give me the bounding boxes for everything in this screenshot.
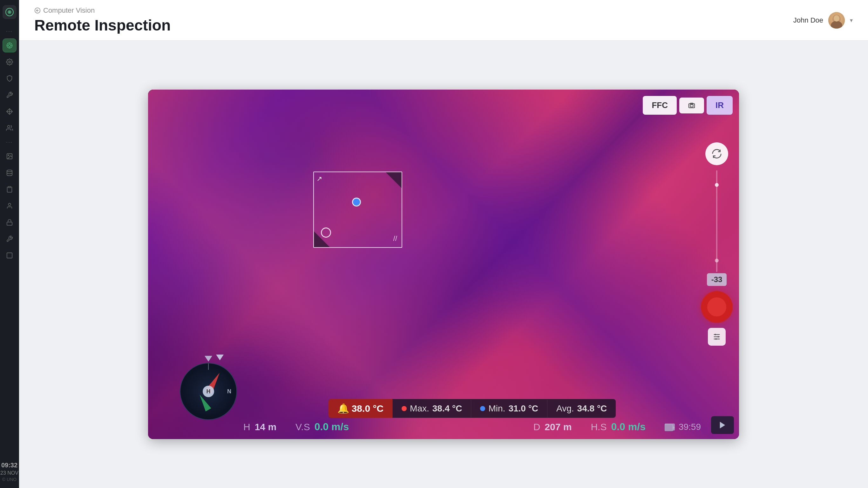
breadcrumb[interactable]: Computer Vision (34, 6, 170, 14)
back-icon (34, 7, 41, 14)
sidebar-item-database[interactable] (3, 166, 17, 180)
sidebar-item-clipboard[interactable] (3, 182, 17, 196)
resize-icon: ↗ (316, 175, 322, 183)
sidebar-item-snowflake[interactable] (3, 104, 17, 119)
svg-point-4 (8, 44, 10, 47)
record-button-inner (707, 297, 726, 316)
temp-max-dot (402, 406, 407, 411)
sidebar-dots-top: ··· (6, 28, 13, 35)
svg-marker-35 (720, 422, 725, 429)
camera-toolbar: FFC IR (643, 96, 733, 115)
detection-lines: // (393, 235, 397, 243)
heading-arrow (216, 355, 224, 360)
vertical-slider[interactable]: -33 (707, 170, 727, 286)
sidebar-item-tools[interactable] (3, 88, 17, 102)
svg-rect-18 (7, 222, 12, 225)
play-icon (718, 421, 727, 430)
page-title: Remote Inspection (34, 17, 170, 34)
user-avatar (828, 12, 845, 29)
timer-icon (665, 424, 675, 430)
compass-north-line (208, 363, 209, 370)
temp-min-dot (480, 406, 485, 411)
svg-marker-34 (673, 426, 675, 429)
sidebar-item-shield[interactable] (3, 71, 17, 86)
svg-point-32 (715, 338, 717, 340)
temp-max-value: 38.4 °C (432, 403, 462, 414)
temp-max-segment: Max. 38.4 °C (392, 400, 471, 418)
camera-settings-button[interactable] (708, 328, 726, 346)
sidebar-dots-mid: ··· (6, 139, 13, 146)
temp-avg-label: Avg. (556, 403, 574, 414)
sidebar: ··· ··· (0, 0, 19, 488)
hud-h-value: 14 m (255, 422, 276, 432)
temperature-display: 🔔 38.0 °C Max. 38.4 °C Min. 31.0 °C (329, 399, 616, 418)
temp-avg-segment: Avg. 34.8 °C (547, 400, 616, 418)
sidebar-clock: 09:32 (0, 461, 19, 469)
telemetry-bar: 🔔 38.0 °C Max. 38.4 °C Min. 31.0 °C (243, 399, 701, 433)
header-left: Computer Vision Remote Inspection (34, 6, 170, 34)
header-user[interactable]: John Doe ▾ (793, 12, 853, 29)
detection-corner-tr (386, 172, 402, 188)
record-button[interactable] (701, 291, 733, 323)
ir-button[interactable]: IR (707, 96, 733, 115)
hud-timer: 39:59 (665, 422, 701, 432)
sidebar-date: 23 NOV (0, 469, 19, 477)
compass-n-label: N (227, 388, 231, 395)
hud-d-value: 207 m (545, 422, 571, 432)
svg-point-14 (8, 155, 9, 156)
hud-vs: V.S 0.0 m/s (296, 421, 349, 433)
user-avatar-image (828, 12, 845, 29)
svg-point-23 (831, 21, 842, 29)
capture-button[interactable] (679, 97, 704, 114)
svg-point-9 (8, 61, 10, 63)
svg-point-17 (8, 203, 10, 206)
heading-indicator (205, 356, 212, 362)
svg-rect-19 (7, 253, 12, 258)
sidebar-item-people[interactable] (3, 199, 17, 213)
slider-thumb-bottom (715, 258, 719, 263)
sidebar-time: 09:32 23 NOV © UNO (0, 461, 19, 483)
header: Computer Vision Remote Inspection John D… (19, 0, 868, 41)
play-button[interactable] (711, 416, 734, 434)
svg-point-24 (834, 15, 839, 22)
hud-vs-value: 0.0 m/s (314, 421, 349, 433)
timer-value: 39:59 (679, 422, 701, 432)
temp-min-label: Min. (488, 403, 505, 414)
svg-point-30 (715, 334, 716, 336)
sidebar-item-settings[interactable] (3, 55, 17, 69)
sidebar-logo[interactable] (3, 5, 17, 19)
user-name: John Doe (793, 16, 823, 25)
hud-vs-label: V.S (296, 422, 310, 432)
sidebar-item-image[interactable] (3, 149, 17, 163)
main-content: Computer Vision Remote Inspection John D… (19, 0, 868, 488)
temp-alert: 🔔 38.0 °C (329, 399, 392, 418)
svg-point-12 (7, 125, 9, 128)
hud-hs: H.S 0.0 m/s (591, 421, 646, 433)
sidebar-item-layers[interactable] (3, 248, 17, 263)
rotate-button[interactable] (705, 142, 728, 165)
svg-point-15 (7, 170, 12, 172)
hud-hs-label: H.S (591, 422, 607, 432)
slider-thumb-top (715, 183, 719, 187)
hud-height: H 14 m (243, 422, 276, 432)
slider-track (716, 170, 717, 272)
temp-max-label: Max. (410, 403, 429, 414)
sidebar-item-users[interactable] (3, 121, 17, 135)
camera-container: FFC IR (19, 41, 868, 488)
hud-d-label: D (533, 422, 540, 432)
chevron-down-icon: ▾ (850, 17, 853, 24)
sidebar-brand: © UNO (0, 477, 19, 483)
temp-min-value: 31.0 °C (508, 403, 538, 414)
alert-temp-value: 38.0 °C (352, 403, 383, 414)
sidebar-item-target[interactable] (3, 38, 17, 53)
camera-view: FFC IR (148, 90, 739, 439)
svg-rect-33 (665, 424, 673, 431)
slider-value: -33 (707, 273, 727, 286)
heading-down-indicator (216, 355, 224, 360)
hud-h-label: H (243, 422, 250, 432)
sidebar-item-lock[interactable] (3, 215, 17, 230)
ffc-button[interactable]: FFC (643, 96, 677, 115)
compass: H N (180, 363, 237, 420)
hud-distance: D 207 m (533, 422, 572, 432)
sidebar-item-wrench[interactable] (3, 232, 17, 246)
